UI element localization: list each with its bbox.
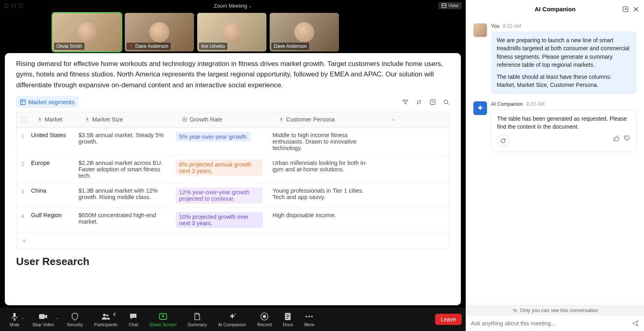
doc-paragraph: Rising demand for effective home workout… — [16, 59, 450, 90]
sort-icon[interactable] — [416, 99, 422, 105]
mic-muted-icon — [129, 44, 134, 49]
svg-point-21 — [263, 315, 266, 318]
market-size-cell: $3.5B annual market. Steady 5% growth. — [74, 128, 171, 155]
sparkle-icon — [476, 104, 484, 112]
market-size-column-header[interactable]: Market Size — [85, 116, 123, 123]
message-bubble: We are preparing to launch a new line of… — [491, 31, 637, 94]
close-icon[interactable] — [633, 6, 639, 12]
docs-button[interactable]: Docs — [277, 312, 299, 327]
ai-input[interactable] — [471, 320, 632, 327]
share-screen-button[interactable]: Share Screen — [144, 312, 182, 327]
row-index: 4 — [17, 208, 26, 232]
mic-icon — [10, 312, 19, 321]
ai-panel-title: AI Companion — [535, 6, 576, 12]
svg-point-19 — [234, 314, 235, 315]
avatar — [473, 101, 487, 115]
video-tile[interactable]: Kei Umeko — [197, 13, 266, 51]
growth-cell: 5% year-over-year growth. — [171, 128, 268, 155]
svg-point-10 — [444, 100, 448, 103]
market-cell: Gulf Region — [26, 208, 74, 232]
participant-name-label: Kei Umeko — [199, 43, 227, 50]
svg-point-16 — [103, 314, 105, 316]
persona-cell: Urban millennials looking for both in-gy… — [268, 156, 379, 183]
message-time: 9:22 AM — [526, 101, 545, 107]
svg-point-31 — [515, 310, 517, 312]
video-tile[interactable]: Dave Anderson — [125, 13, 194, 51]
mute-button[interactable]: Mute — [4, 312, 25, 327]
row-index: 3 — [17, 183, 26, 208]
video-icon — [38, 312, 48, 321]
zoom-window: Zoom Meeting ⌄ View Olivia SmithDave And… — [0, 0, 466, 331]
window-controls[interactable] — [4, 4, 23, 8]
table-row[interactable]: 4Gulf Region$650M concentrated high-end … — [17, 208, 449, 232]
thumbs-up-button[interactable] — [613, 135, 620, 147]
send-icon[interactable] — [632, 320, 639, 327]
table-row[interactable]: 1United States$3.5B annual market. Stead… — [17, 128, 449, 156]
message-sender: AI Companion — [491, 101, 523, 107]
user-research-heading: User Research — [16, 255, 450, 268]
message-bubble: The table has been generated as requeste… — [491, 109, 637, 152]
market-cell: Europe — [26, 156, 74, 183]
filter-icon[interactable] — [402, 99, 409, 105]
row-index: 2 — [17, 156, 26, 183]
summary-button[interactable]: Summary — [182, 312, 213, 327]
avatar — [473, 23, 487, 37]
market-cell: United States — [26, 128, 74, 155]
shared-document: Rising demand for effective home workout… — [5, 53, 461, 305]
view-button[interactable]: View — [438, 2, 462, 9]
svg-point-28 — [311, 316, 313, 317]
shield-icon — [70, 312, 80, 321]
market-size-cell: $1.3B annual market with 12% growth. Ris… — [74, 183, 171, 208]
svg-rect-7 — [430, 100, 435, 105]
table-header: Market Market Size Growth Rate Customer … — [17, 112, 449, 128]
market-cell: China — [26, 183, 74, 208]
market-segments-chip[interactable]: Market segments — [16, 96, 78, 108]
sparkle-icon — [227, 312, 237, 321]
more-button[interactable]: More — [299, 312, 320, 327]
leave-button[interactable]: Leave — [435, 314, 462, 325]
select-all-checkbox[interactable] — [22, 117, 27, 123]
chat-button[interactable]: Chat — [123, 312, 144, 327]
share-icon — [158, 312, 168, 321]
growth-cell: 10% projected growth over next 3 years. — [171, 208, 268, 232]
more-icon — [304, 312, 314, 321]
ai-companion-button[interactable]: AI Companion — [213, 312, 252, 327]
record-button[interactable]: Record — [252, 312, 277, 327]
message-sender: You — [491, 23, 500, 29]
table-row[interactable]: 2Europe$2.2B annual market across EU. Fa… — [17, 156, 449, 183]
svg-rect-15 — [39, 314, 45, 319]
svg-rect-4 — [21, 100, 25, 105]
participants-button[interactable]: 4 Participants — [89, 312, 123, 327]
add-row-button[interactable]: ＋ — [17, 232, 449, 249]
popout-icon[interactable] — [622, 6, 629, 12]
video-tile[interactable]: Olivia Smith — [52, 13, 122, 51]
svg-point-17 — [106, 315, 108, 317]
svg-rect-0 — [442, 4, 446, 8]
video-tile[interactable]: Dave Anderson — [270, 13, 339, 51]
market-size-cell: $2.2B annual market across EU. Faster ad… — [74, 156, 171, 183]
participant-name-label: Olivia Smith — [54, 43, 85, 50]
chat-message: AI Companion9:22 AMThe table has been ge… — [473, 101, 637, 152]
video-gallery: Olivia SmithDave AndersonKei UmekoDave A… — [0, 11, 466, 53]
participant-name-label: Dave Anderson — [271, 43, 309, 50]
notes-icon[interactable] — [429, 99, 436, 105]
add-column-button[interactable]: ＋ — [385, 112, 401, 127]
title-chevron-icon[interactable]: ⌄ — [249, 4, 252, 8]
privacy-notice: Only you can see this conversation — [466, 305, 644, 316]
row-index: 1 — [17, 128, 26, 155]
thumbs-down-button[interactable] — [623, 135, 631, 147]
svg-point-13 — [184, 119, 186, 120]
chat-icon — [128, 312, 138, 321]
stop-video-button[interactable]: Stop Video — [27, 312, 60, 327]
growth-rate-column-header[interactable]: Growth Rate — [182, 116, 222, 123]
persona-cell: High disposable income. — [268, 208, 379, 232]
search-icon[interactable] — [443, 99, 450, 105]
market-column-header[interactable]: Market — [37, 116, 62, 123]
svg-point-27 — [308, 316, 310, 317]
window-title: Zoom Meeting — [214, 3, 247, 9]
participant-name-label: Dave Anderson — [126, 43, 171, 50]
regenerate-button[interactable] — [497, 135, 509, 147]
security-button[interactable]: Security — [61, 312, 89, 327]
table-row[interactable]: 3China$1.3B annual market with 12% growt… — [17, 183, 449, 208]
customer-persona-column-header[interactable]: Customer Persona — [279, 116, 335, 123]
